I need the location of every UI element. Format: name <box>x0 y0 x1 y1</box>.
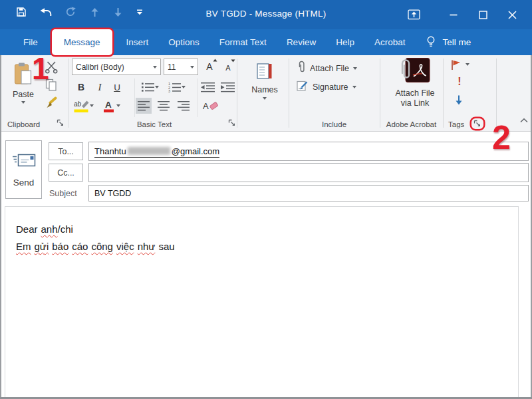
maximize-icon[interactable] <box>468 0 497 29</box>
annotation-step-2: 2 <box>492 118 511 157</box>
message-body-editor[interactable]: Dearanh/chi Emgửibáocáocôngviệcnhưsau <box>5 206 519 397</box>
align-center-button[interactable] <box>156 98 172 114</box>
to-button[interactable]: To... <box>49 142 83 160</box>
send-button[interactable]: Send <box>5 140 42 199</box>
annotation-step-1: 1 <box>32 51 49 86</box>
font-color-button[interactable]: A <box>100 98 124 114</box>
clipboard-dialog-launcher[interactable] <box>55 118 66 128</box>
adobe-acrobat-group-label: Adobe Acrobat <box>380 120 443 128</box>
flag-dropdown-icon[interactable] <box>466 63 469 66</box>
decrease-indent-button[interactable] <box>200 79 215 95</box>
low-importance-button[interactable] <box>454 94 464 106</box>
clear-formatting-button[interactable]: A <box>201 98 221 114</box>
bold-button[interactable]: B <box>73 79 89 95</box>
dialog-launcher-icon <box>57 119 65 127</box>
italic-button[interactable]: I <box>92 79 108 95</box>
group-separator <box>68 59 68 128</box>
low-importance-arrow-icon <box>454 94 464 106</box>
high-importance-button[interactable]: ! <box>455 75 464 88</box>
font-size-combo[interactable]: 11 <box>164 59 198 75</box>
send-envelope-icon <box>12 152 36 171</box>
compose-area: Send To... Thanhtu@gmail.com Cc... Subje… <box>1 132 531 397</box>
ribbon-tab-bar: File Message Insert Options Format Text … <box>0 29 532 55</box>
subject-label: Subject <box>49 189 77 198</box>
dialog-launcher-icon <box>473 120 481 128</box>
group-separator <box>289 59 289 128</box>
grow-font-icon: A <box>206 61 212 72</box>
align-right-button[interactable] <box>176 98 192 114</box>
paperclip-icon <box>297 61 306 76</box>
tab-message[interactable]: Message <box>52 29 112 55</box>
paste-label: Paste <box>13 90 34 99</box>
collapse-ribbon-button[interactable] <box>519 114 529 126</box>
svg-text:3: 3 <box>168 89 170 92</box>
signature-icon <box>297 80 309 94</box>
flag-icon <box>450 59 461 70</box>
close-icon[interactable] <box>497 0 527 29</box>
tab-options[interactable]: Options <box>158 29 209 55</box>
numbering-button[interactable]: 123 <box>165 79 188 95</box>
decrease-indent-icon <box>200 82 215 92</box>
bullets-button[interactable] <box>138 79 161 95</box>
grow-font-button[interactable]: A <box>201 59 217 74</box>
to-field[interactable]: Thanhtu@gmail.com <box>88 142 529 161</box>
align-left-icon <box>137 100 150 111</box>
names-dropdown-icon <box>263 97 267 100</box>
subject-field[interactable]: BV TGDD <box>88 185 529 201</box>
font-name-combo[interactable]: Calibri (Body) <box>72 59 161 75</box>
window-border-left <box>0 55 1 399</box>
ribbon-display-options-icon[interactable] <box>399 0 428 29</box>
text-highlight-icon: ab <box>74 98 90 113</box>
svg-text:A: A <box>105 100 112 110</box>
format-painter-button[interactable] <box>43 96 60 112</box>
tab-insert[interactable]: Insert <box>116 29 159 55</box>
text-highlight-button[interactable]: ab <box>72 98 96 114</box>
shrink-font-button[interactable]: A <box>220 59 236 75</box>
tab-help[interactable]: Help <box>326 29 364 55</box>
attach-file-via-link-button[interactable]: Attach Filevia Link <box>387 57 443 108</box>
font-name-dropdown-icon <box>153 66 157 68</box>
attach-file-button[interactable]: Attach File <box>297 61 357 76</box>
bullets-dropdown-icon <box>155 86 159 88</box>
svg-text:ab: ab <box>74 100 82 108</box>
body-line: Dearanh/chi <box>16 221 507 238</box>
text-highlight-dropdown-icon <box>90 104 94 107</box>
follow-up-flag-button[interactable] <box>448 59 462 70</box>
tell-me-box[interactable]: Tell me <box>426 29 471 55</box>
tags-dialog-launcher[interactable] <box>471 118 483 129</box>
minimize-icon[interactable] <box>439 0 468 29</box>
redacted-address-segment <box>128 147 170 155</box>
numbering-dropdown-icon <box>182 86 186 88</box>
align-center-icon <box>157 100 170 111</box>
basic-text-dialog-launcher[interactable] <box>226 118 238 128</box>
tab-format-text[interactable]: Format Text <box>209 29 277 55</box>
cc-button[interactable]: Cc... <box>49 164 83 182</box>
window-controls <box>399 0 527 29</box>
include-group-label: Include <box>289 120 380 128</box>
tab-review[interactable]: Review <box>277 29 326 55</box>
names-button[interactable]: Names <box>243 59 286 118</box>
mini-separator <box>197 78 198 117</box>
cc-field[interactable] <box>88 163 529 182</box>
names-label: Names <box>251 85 278 94</box>
underline-button[interactable]: U <box>109 79 125 95</box>
tell-me-label: Tell me <box>442 37 471 47</box>
signature-dropdown-icon <box>352 86 356 88</box>
tags-group-label: Tags <box>448 120 464 128</box>
mini-separator <box>134 78 135 117</box>
recipient-address: Thanhtu@gmail.com <box>94 146 219 158</box>
increase-indent-icon <box>220 82 235 92</box>
clipboard-paste-icon <box>14 62 33 88</box>
tab-acrobat[interactable]: Acrobat <box>364 29 416 55</box>
numbering-icon: 123 <box>168 82 182 92</box>
signature-button[interactable]: Signature <box>297 80 356 94</box>
increase-indent-button[interactable] <box>219 79 235 95</box>
acrobat-button-label-line1: Attach File <box>395 88 434 98</box>
title-bar: BV TGDD - Message (HTML) <box>0 0 532 29</box>
font-size-dropdown-icon <box>190 66 194 68</box>
font-size-value: 11 <box>168 63 176 72</box>
align-right-icon <box>177 100 190 111</box>
font-color-icon: A <box>103 98 116 113</box>
lightbulb-icon <box>426 35 436 50</box>
align-left-button[interactable] <box>136 98 152 114</box>
